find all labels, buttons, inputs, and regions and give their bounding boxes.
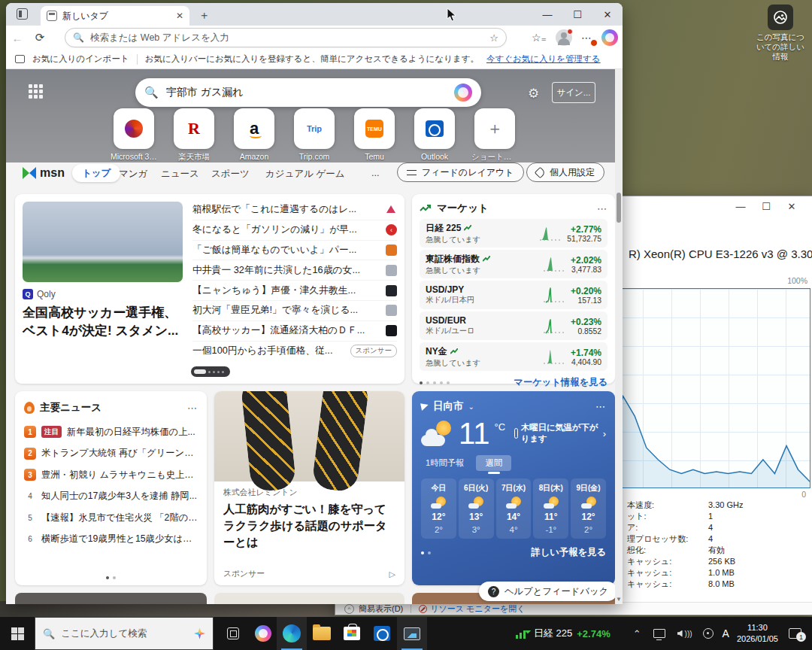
browser-tab[interactable]: 新しいタブ ✕: [41, 6, 189, 26]
action-center-icon[interactable]: 1: [789, 628, 801, 639]
top-news-item[interactable]: 6横断歩道で19歳男性と15歳少女はね...: [24, 533, 198, 545]
taskman-close-button[interactable]: ✕: [779, 198, 804, 214]
tab-close-icon[interactable]: ✕: [176, 11, 183, 21]
hidden-icons-chevron[interactable]: ⌃: [633, 628, 641, 639]
settings-more-icon[interactable]: ⋯: [581, 32, 592, 44]
headline-item[interactable]: 箱根駅伝で「これに遭遇するのはレ...: [192, 200, 397, 220]
nav-tab-manga[interactable]: マンガ: [119, 168, 147, 181]
weekly-forecast-tab[interactable]: 週間: [476, 455, 511, 471]
quick-link-temu[interactable]: TEMUTemu: [351, 108, 398, 162]
taskman-minimize-button[interactable]: —: [728, 198, 753, 214]
headline-item[interactable]: 【高校サッカー】流通経済大柏のＤＦ...: [192, 321, 397, 342]
stock-ticker[interactable]: 日経 225 +2.74%: [516, 627, 611, 640]
sponsored-ad-card[interactable]: 株式会社レミントン 人工筋肉がすごい！膝を守ってラクラク歩ける話題のサポーターと…: [214, 391, 404, 585]
ad-choices-icon[interactable]: ▷: [389, 570, 395, 579]
workspaces-icon[interactable]: [17, 8, 28, 20]
forecast-day[interactable]: 今日12°2°: [421, 478, 456, 539]
nav-tab-casual-games[interactable]: カジュアル ゲーム: [265, 168, 345, 181]
quick-link-microsoft365[interactable]: Microsoft 365: [111, 108, 157, 162]
nav-tab-sports[interactable]: スポーツ: [211, 168, 250, 181]
market-pagination-dots[interactable]: [420, 381, 514, 384]
web-search-box[interactable]: 🔍 宇部市 ガス漏れ: [135, 78, 481, 107]
import-favorites-button[interactable]: お気に入りのインポート: [32, 53, 129, 65]
forecast-day[interactable]: 9日(金)12°2°: [571, 478, 606, 539]
taskbar-clock[interactable]: 11:30 2026/01/05: [737, 622, 778, 645]
market-row-topix[interactable]: 東証株価指数急騰しています +2.02%3,477.83: [420, 250, 607, 278]
taskman-maximize-button[interactable]: ☐: [753, 198, 779, 214]
market-row-usdeur[interactable]: USD/EUR米ドル/ユーロ +0.23%0.8552: [420, 311, 607, 340]
ime-icon[interactable]: [703, 628, 714, 639]
ime-mode-indicator[interactable]: A: [723, 627, 729, 639]
weather-alert[interactable]: 木曜日に気温が下がります ›: [514, 422, 606, 445]
nav-more-icon[interactable]: ...: [371, 168, 379, 178]
scrollbar[interactable]: ▼: [615, 69, 623, 604]
page-settings-gear-icon[interactable]: ⚙: [528, 86, 539, 102]
copilot-icon[interactable]: [454, 84, 472, 102]
apps-grid-icon[interactable]: [29, 84, 44, 99]
headline-item[interactable]: 冬になると「ガソリンの減り」が早...‹: [192, 220, 397, 241]
more-icon[interactable]: ⋯: [187, 402, 198, 414]
top-news-item[interactable]: 2米トランプ大統領 再び「グリーンラ...: [24, 447, 198, 460]
quick-link-rakuten[interactable]: R楽天市場: [171, 108, 217, 162]
scrollbar-thumb[interactable]: [617, 193, 621, 223]
msn-logo[interactable]: msn: [23, 166, 65, 180]
taskbar-taskmanager-button[interactable]: [397, 617, 427, 650]
favorite-star-icon[interactable]: ☆: [489, 32, 498, 44]
help-feedback-button[interactable]: ? ヘルプとフィードバック: [479, 582, 617, 601]
browser-maximize-button[interactable]: ☐: [562, 3, 592, 26]
network-icon[interactable]: [653, 629, 665, 638]
market-row-usdjpy[interactable]: USD/JPY米ドル/日本円 +0.20%157.13: [420, 281, 607, 309]
headline-item[interactable]: 【ニャンちゅう】声優・津久井教生...: [192, 281, 397, 301]
nav-tab-top[interactable]: トップ: [72, 164, 120, 182]
nav-tab-news[interactable]: ニュース: [161, 168, 199, 181]
top-news-item[interactable]: 4知人同士の17歳少年3人を逮捕 静岡...: [24, 490, 198, 503]
taskbar-explorer-button[interactable]: [307, 617, 337, 650]
feed-layout-button[interactable]: フィードのレイアウト: [397, 162, 524, 182]
weather-location[interactable]: 日向市: [433, 399, 464, 413]
market-see-more-link[interactable]: マーケット情報を見る: [514, 376, 607, 389]
forecast-day[interactable]: 6日(火)13°3°: [459, 478, 494, 539]
market-row-nikkei[interactable]: 日経 225急騰しています +2.77%51,732.75: [420, 219, 607, 248]
hero-article-image[interactable]: [23, 202, 183, 282]
refresh-icon[interactable]: ⟳: [29, 31, 51, 44]
profile-avatar[interactable]: [556, 29, 572, 46]
more-icon[interactable]: ⋯: [595, 401, 606, 412]
market-row-nygold[interactable]: NY金急騰しています +1.74%4,404.90: [420, 342, 607, 371]
quick-link-outlook[interactable]: Outlook: [411, 108, 458, 162]
quick-link-trip[interactable]: TripTrip.com: [291, 108, 338, 162]
scrollbar-down-arrow[interactable]: ▼: [615, 596, 623, 603]
browser-minimize-button[interactable]: —: [532, 3, 562, 26]
back-icon[interactable]: ←: [6, 32, 29, 44]
address-bar[interactable]: 🔍 検索または Web アドレスを入力 ☆: [65, 28, 507, 47]
copilot-taskbar-button[interactable]: [248, 617, 278, 650]
simple-view-button[interactable]: 簡易表示(D): [359, 603, 403, 615]
quick-link-add-shortcut[interactable]: ＋ショートカ...: [471, 108, 518, 162]
top-news-item[interactable]: 3豊洲・初競り ムラサキウニも史上最...: [24, 469, 198, 481]
new-tab-button[interactable]: ＋: [198, 8, 210, 23]
top-news-item[interactable]: 1注目新年最初の日経平均株価の上...: [24, 426, 198, 439]
copilot-icon[interactable]: [601, 29, 618, 46]
headline-item-sponsored[interactable]: 一個100円からお手頃価格、従...スポンサー: [192, 342, 397, 362]
headline-item[interactable]: 中井貴一 32年前に共演した16歳の女...: [192, 260, 397, 281]
manage-favorites-link[interactable]: 今すぐお気に入りを管理する: [486, 53, 601, 65]
headline-item[interactable]: 「ご飯は簡単なものでいいよ」パー...: [192, 241, 397, 261]
personalize-button[interactable]: 個人用設定: [526, 162, 604, 182]
photo-info-shortcut[interactable]: この写真についての詳しい情報: [753, 5, 807, 62]
start-button[interactable]: [0, 617, 35, 650]
resource-monitor-link[interactable]: リソース モニターを開く: [419, 603, 525, 615]
forecast-day[interactable]: 8日(木)11°-1°: [533, 478, 568, 539]
headline-item[interactable]: 初大河「豊臣兄弟!」で寧々を演じる...: [192, 301, 397, 321]
browser-close-button[interactable]: ✕: [592, 3, 623, 26]
carousel-pagination[interactable]: [191, 366, 230, 377]
top-news-item[interactable]: 5【速報】氷見市で住宅火災 「2階の窓...: [24, 512, 198, 524]
speaker-icon[interactable]: [677, 630, 683, 637]
taskbar-outlook-button[interactable]: [367, 617, 397, 650]
favorites-hub-icon[interactable]: ☆₌: [532, 32, 547, 44]
task-view-button[interactable]: [218, 617, 248, 650]
taskbar-search-box[interactable]: 🔍 ここに入力して検索: [35, 617, 214, 650]
weather-pagination-dots[interactable]: [421, 551, 531, 554]
taskbar-store-button[interactable]: [337, 617, 367, 650]
quick-link-amazon[interactable]: aAmazon: [231, 108, 277, 162]
hourly-forecast-tab[interactable]: 1時間予報: [421, 455, 468, 471]
sign-in-button[interactable]: サイン...: [552, 82, 595, 103]
